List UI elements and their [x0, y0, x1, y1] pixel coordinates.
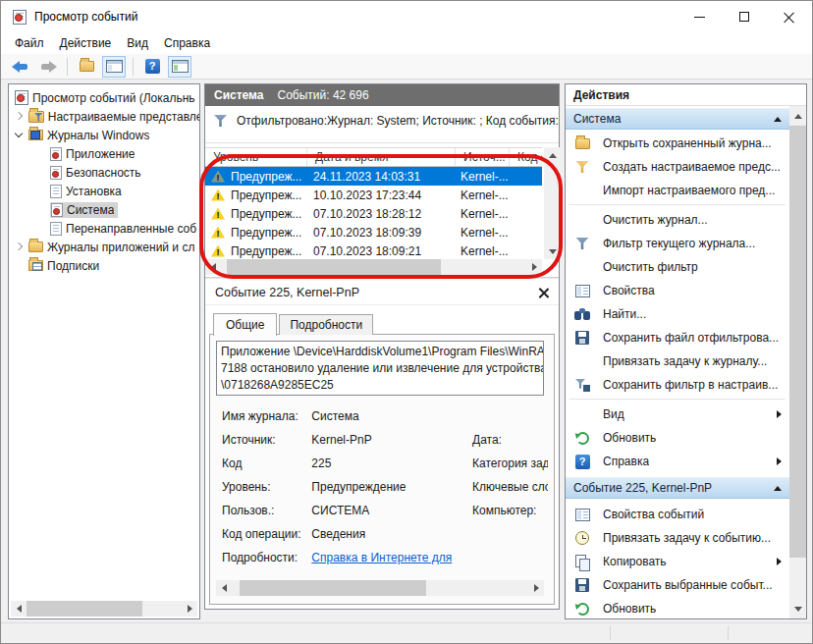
event-row[interactable]: !Предупреж... 07.10.2023 18:28:12 Kernel… [205, 204, 542, 223]
event-datetime: 10.10.2023 17:23:44 [307, 188, 456, 202]
tree-item-subscriptions[interactable]: Подписки [9, 256, 199, 275]
event-list-horizontal-scrollbar[interactable] [205, 259, 542, 275]
back-button[interactable] [9, 56, 32, 78]
chevron-right-icon[interactable] [13, 111, 25, 123]
tab-general[interactable]: Общие [213, 313, 277, 336]
log-icon [50, 185, 62, 198]
action-import-custom-view[interactable]: Импорт настраиваемого пред... [566, 179, 789, 202]
menu-help[interactable]: Справка [156, 34, 218, 52]
help-button[interactable]: ? [140, 56, 164, 78]
detail-tab-content: Приложение \Device\HarddiskVolume1\Progr… [209, 334, 555, 605]
scroll-up-button[interactable] [544, 147, 561, 163]
action-refresh[interactable]: Обновить [566, 426, 789, 450]
find-icon [574, 308, 591, 320]
action-help[interactable]: ? Справка [566, 450, 789, 473]
menu-action[interactable]: Действие [52, 34, 120, 52]
open-saved-log-button[interactable] [75, 56, 98, 78]
action-attach-task-to-log[interactable]: Привязать задачу к журналу... [566, 349, 789, 373]
scroll-left-button[interactable] [216, 580, 232, 596]
menu-file[interactable]: Файл [7, 34, 52, 52]
tree-horizontal-scrollbar[interactable] [11, 601, 197, 617]
action-event-properties[interactable]: Свойства событий [566, 503, 789, 526]
field-label: Уровень: [222, 480, 308, 494]
forward-button[interactable] [36, 56, 60, 78]
submenu-arrow-icon [777, 558, 782, 565]
scroll-left-button[interactable] [11, 601, 27, 617]
event-row[interactable]: !Предупреж... 07.10.2023 18:09:21 Kernel… [205, 242, 542, 259]
scrollbar-thumb[interactable] [240, 580, 426, 596]
detail-horizontal-scrollbar[interactable] [216, 580, 544, 596]
online-help-link[interactable]: Справка в Интернете для [311, 551, 452, 564]
event-list-panel: Система Событий: 42 696 Отфильтровано:Жу… [204, 83, 560, 610]
action-filter-current-log[interactable]: Фильтр текущего журнала... [566, 232, 789, 255]
actions-vertical-scrollbar[interactable] [789, 106, 806, 618]
detail-close-icon[interactable] [538, 288, 549, 298]
tree-item-windows-logs[interactable]: Журналы Windows [9, 126, 199, 144]
tree-item-system[interactable]: Система [9, 200, 199, 219]
action-save-filtered-log[interactable]: Сохранить файл отфильтрова... [566, 326, 789, 349]
refresh-icon [576, 432, 589, 445]
column-datetime[interactable]: Дата и время [307, 148, 456, 166]
event-row[interactable]: !Предупреж... 24.11.2023 14:03:31 Kernel… [205, 167, 542, 186]
action-clear-filter[interactable]: Очистить фильтр [566, 255, 789, 279]
warning-icon: ! [211, 189, 225, 201]
column-event-id[interactable]: Код со [510, 148, 542, 166]
menu-view[interactable]: Вид [119, 34, 156, 52]
event-list-vertical-scrollbar[interactable] [544, 147, 561, 259]
scroll-right-icon [532, 263, 537, 271]
tree-item-app-services-logs[interactable]: Журналы приложений и сл [9, 238, 199, 256]
field-label-date: Дата: [472, 433, 502, 447]
tree-item-custom-views[interactable]: Настраиваемые представле [9, 107, 199, 126]
chevron-down-icon[interactable] [13, 130, 25, 141]
maximize-button[interactable] [722, 1, 767, 32]
scroll-up-button[interactable] [789, 108, 806, 124]
log-icon [50, 147, 62, 161]
close-button[interactable] [767, 1, 812, 32]
scroll-right-button[interactable] [526, 259, 542, 275]
scrollbar-thumb[interactable] [789, 126, 806, 558]
show-action-pane-button[interactable] [168, 56, 191, 78]
tree-item-security[interactable]: Безопасность [9, 163, 199, 182]
panel-splitter[interactable] [205, 277, 559, 279]
group-label: Система [573, 112, 621, 126]
scroll-right-button[interactable] [528, 580, 544, 596]
properties-icon [575, 285, 590, 297]
actions-title: Действия [566, 84, 806, 106]
tree-item-forwarded-events[interactable]: Перенаправленные соб [9, 219, 199, 238]
action-copy[interactable]: Копировать [566, 550, 789, 573]
chevron-right-icon[interactable] [13, 242, 25, 253]
action-save-selected-events[interactable]: Сохранить выбранные событ... [566, 573, 789, 597]
tree-item-application[interactable]: Приложение [9, 144, 199, 163]
action-attach-task-to-event[interactable]: Привязать задачу к событию... [566, 526, 789, 550]
group-header-system[interactable]: Система [566, 108, 789, 130]
field-label: Подробности: [222, 551, 308, 564]
scroll-down-button[interactable] [544, 243, 561, 259]
maximize-icon [739, 12, 749, 22]
action-create-custom-view[interactable]: Создать настраиваемое предс... [566, 155, 789, 179]
tree-item-setup[interactable]: Установка [9, 182, 199, 200]
action-properties[interactable]: Свойства [566, 279, 789, 302]
group-header-event[interactable]: Событие 225, Kernel-PnP [566, 477, 789, 499]
scroll-down-icon [549, 249, 557, 254]
scroll-down-button[interactable] [789, 601, 806, 617]
scrollbar-thumb[interactable] [227, 259, 441, 275]
scrollbar-thumb[interactable] [27, 601, 142, 617]
column-level[interactable]: Уровень [205, 148, 307, 166]
action-save-filter-to-view[interactable]: Сохранить фильтр в настраив... [566, 373, 789, 397]
column-source[interactable]: Источ... [456, 148, 510, 166]
action-find[interactable]: Найти... [566, 302, 789, 326]
action-view[interactable]: Вид [566, 402, 789, 426]
content-area: Просмотр событий (Локальнь Настраиваемые… [1, 80, 812, 623]
event-row[interactable]: !Предупреж... 10.10.2023 17:23:44 Kernel… [205, 186, 542, 204]
action-clear-log[interactable]: Очистить журнал... [566, 208, 789, 232]
minimize-button[interactable] [677, 1, 722, 32]
action-refresh-event[interactable]: Обновить [566, 597, 789, 618]
action-open-saved-log[interactable]: Открыть сохраненный журна... [566, 132, 789, 155]
scroll-right-button[interactable] [182, 601, 197, 617]
show-console-tree-button[interactable] [102, 56, 126, 78]
detail-pane-header: Событие 225, Kernel-PnP [205, 281, 559, 305]
tab-details[interactable]: Подробности [279, 314, 373, 335]
event-row[interactable]: !Предупреж... 07.10.2023 18:09:39 Kernel… [205, 223, 542, 242]
scroll-left-button[interactable] [205, 259, 221, 275]
tree-item-root[interactable]: Просмотр событий (Локальнь [9, 88, 199, 107]
